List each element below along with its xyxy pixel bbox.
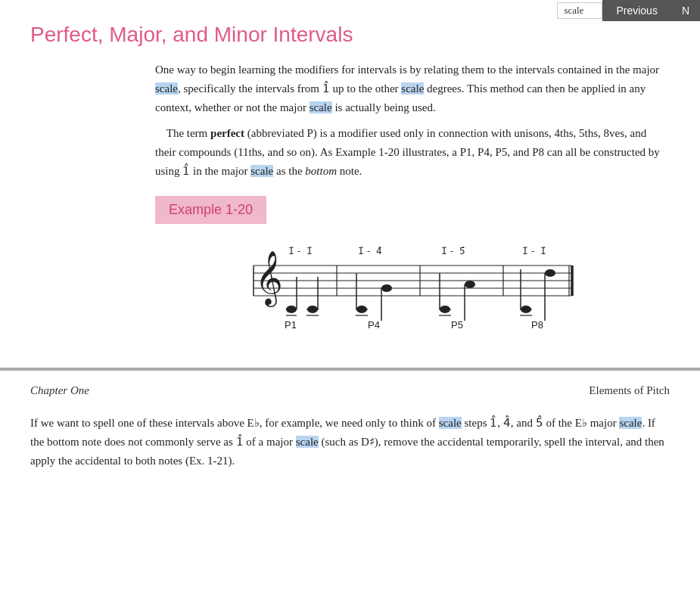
note-p8-top [545, 269, 555, 277]
footer-paragraph: If we want to spell one of these interva… [30, 414, 670, 470]
scale-deg-dash2: - [367, 246, 370, 256]
scale-deg-dash1: - [297, 246, 300, 256]
scale-deg-p5a: 1̂ [441, 246, 447, 256]
highlight-scale-2: scale [401, 82, 424, 95]
scale-deg-p5b: 5̂ [459, 246, 465, 256]
highlight-scale-5: scale [439, 417, 462, 429]
example-label: Example 1-20 [155, 196, 266, 225]
chapter-name: Chapter One [30, 384, 89, 397]
label-p4: P4 [368, 319, 380, 330]
treble-clef: 𝄞 [255, 251, 283, 308]
staff-lines [254, 266, 572, 296]
scale-deg-p8b: 1̂ [540, 246, 546, 256]
note-p4-top [381, 284, 392, 292]
highlight-scale-1: scale [155, 82, 178, 95]
search-label: scale [557, 2, 602, 19]
scale-deg-dash3: - [450, 246, 453, 256]
highlight-scale-6: scale [619, 417, 642, 429]
label-p1: P1 [285, 319, 297, 330]
scale-deg-p1b: 1̂ [306, 246, 313, 256]
note-p5-top [465, 281, 475, 288]
chapter-line: Chapter One Elements of Pitch [30, 384, 670, 397]
italic-bottom: bottom [305, 165, 337, 177]
top-bar: scale Previous N [557, 0, 700, 21]
next-button[interactable]: N [671, 0, 700, 21]
note-p1-bottom [286, 306, 297, 313]
previous-button[interactable]: Previous [602, 0, 670, 21]
paragraph-2: The term perfect (abbreviated P) is a mo… [155, 124, 670, 180]
scale-deg-dash4: - [531, 246, 534, 256]
paragraph-1: One way to begin learning the modifiers … [155, 61, 670, 116]
scale-deg-p8a: 1̂ [522, 246, 528, 256]
scale-deg-p4b: 4̂ [376, 246, 382, 256]
chapter-title: Elements of Pitch [589, 384, 670, 397]
music-notation: 𝄞 [231, 231, 594, 330]
highlight-scale-3: scale [310, 101, 332, 113]
highlight-scale-4: scale [250, 165, 273, 177]
footer-text: If we want to spell one of these interva… [30, 414, 670, 470]
footer-content: Chapter One Elements of Pitch If we want… [0, 371, 700, 470]
scale-deg-p1a: 1̂ [288, 246, 294, 256]
scale-deg-p4a: 1̂ [358, 246, 364, 256]
label-p5: P5 [451, 319, 463, 330]
highlight-scale-7: scale [296, 436, 319, 448]
label-p8: P8 [531, 319, 543, 330]
example-section: Example 1-20 𝄞 [155, 196, 670, 331]
bold-perfect: perfect [210, 127, 244, 139]
main-content: One way to begin learning the modifiers … [0, 47, 700, 330]
